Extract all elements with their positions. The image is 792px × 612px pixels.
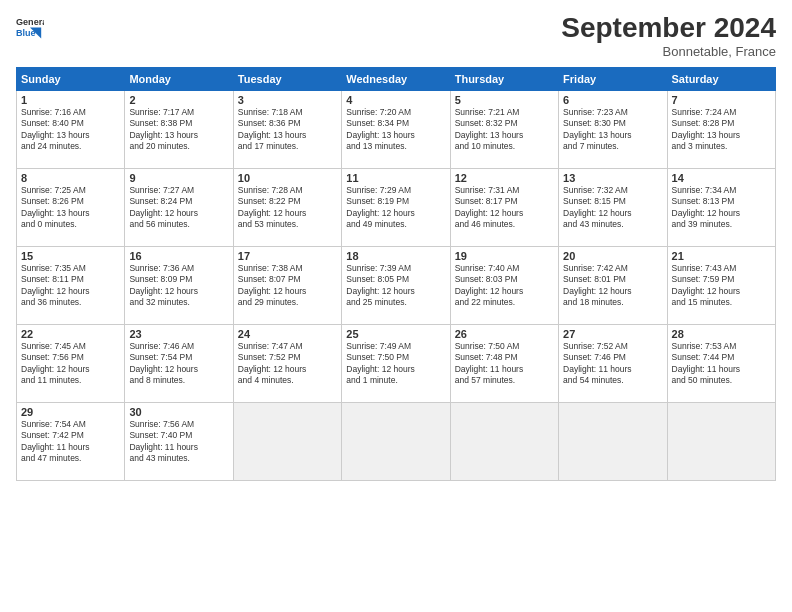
- day-number: 5: [455, 94, 554, 106]
- day-info: Sunrise: 7:20 AMSunset: 8:34 PMDaylight:…: [346, 107, 445, 153]
- day-info: Sunrise: 7:53 AMSunset: 7:44 PMDaylight:…: [672, 341, 771, 387]
- table-row: 30Sunrise: 7:56 AMSunset: 7:40 PMDayligh…: [125, 403, 233, 481]
- day-info: Sunrise: 7:52 AMSunset: 7:46 PMDaylight:…: [563, 341, 662, 387]
- table-row: 13Sunrise: 7:32 AMSunset: 8:15 PMDayligh…: [559, 169, 667, 247]
- day-number: 19: [455, 250, 554, 262]
- header: General Blue September 2024 Bonnetable, …: [16, 12, 776, 59]
- day-info: Sunrise: 7:50 AMSunset: 7:48 PMDaylight:…: [455, 341, 554, 387]
- day-number: 25: [346, 328, 445, 340]
- day-number: 17: [238, 250, 337, 262]
- header-monday: Monday: [125, 68, 233, 91]
- day-info: Sunrise: 7:27 AMSunset: 8:24 PMDaylight:…: [129, 185, 228, 231]
- day-info: Sunrise: 7:38 AMSunset: 8:07 PMDaylight:…: [238, 263, 337, 309]
- table-row: [667, 403, 775, 481]
- day-number: 6: [563, 94, 662, 106]
- table-row: 24Sunrise: 7:47 AMSunset: 7:52 PMDayligh…: [233, 325, 341, 403]
- day-number: 2: [129, 94, 228, 106]
- day-number: 15: [21, 250, 120, 262]
- header-thursday: Thursday: [450, 68, 558, 91]
- table-row: 19Sunrise: 7:40 AMSunset: 8:03 PMDayligh…: [450, 247, 558, 325]
- day-number: 24: [238, 328, 337, 340]
- header-wednesday: Wednesday: [342, 68, 450, 91]
- day-info: Sunrise: 7:54 AMSunset: 7:42 PMDaylight:…: [21, 419, 120, 465]
- table-row: 4Sunrise: 7:20 AMSunset: 8:34 PMDaylight…: [342, 91, 450, 169]
- day-number: 26: [455, 328, 554, 340]
- day-info: Sunrise: 7:36 AMSunset: 8:09 PMDaylight:…: [129, 263, 228, 309]
- table-row: 12Sunrise: 7:31 AMSunset: 8:17 PMDayligh…: [450, 169, 558, 247]
- table-row: 20Sunrise: 7:42 AMSunset: 8:01 PMDayligh…: [559, 247, 667, 325]
- table-row: 11Sunrise: 7:29 AMSunset: 8:19 PMDayligh…: [342, 169, 450, 247]
- table-row: 26Sunrise: 7:50 AMSunset: 7:48 PMDayligh…: [450, 325, 558, 403]
- table-row: 25Sunrise: 7:49 AMSunset: 7:50 PMDayligh…: [342, 325, 450, 403]
- header-saturday: Saturday: [667, 68, 775, 91]
- table-row: 2Sunrise: 7:17 AMSunset: 8:38 PMDaylight…: [125, 91, 233, 169]
- day-number: 23: [129, 328, 228, 340]
- day-info: Sunrise: 7:43 AMSunset: 7:59 PMDaylight:…: [672, 263, 771, 309]
- day-info: Sunrise: 7:45 AMSunset: 7:56 PMDaylight:…: [21, 341, 120, 387]
- day-info: Sunrise: 7:17 AMSunset: 8:38 PMDaylight:…: [129, 107, 228, 153]
- table-row: 17Sunrise: 7:38 AMSunset: 8:07 PMDayligh…: [233, 247, 341, 325]
- day-info: Sunrise: 7:47 AMSunset: 7:52 PMDaylight:…: [238, 341, 337, 387]
- day-number: 12: [455, 172, 554, 184]
- title-area: September 2024 Bonnetable, France: [561, 12, 776, 59]
- day-info: Sunrise: 7:40 AMSunset: 8:03 PMDaylight:…: [455, 263, 554, 309]
- day-number: 21: [672, 250, 771, 262]
- day-info: Sunrise: 7:34 AMSunset: 8:13 PMDaylight:…: [672, 185, 771, 231]
- day-number: 30: [129, 406, 228, 418]
- day-info: Sunrise: 7:39 AMSunset: 8:05 PMDaylight:…: [346, 263, 445, 309]
- table-row: [233, 403, 341, 481]
- day-info: Sunrise: 7:46 AMSunset: 7:54 PMDaylight:…: [129, 341, 228, 387]
- day-info: Sunrise: 7:49 AMSunset: 7:50 PMDaylight:…: [346, 341, 445, 387]
- table-row: 27Sunrise: 7:52 AMSunset: 7:46 PMDayligh…: [559, 325, 667, 403]
- day-info: Sunrise: 7:32 AMSunset: 8:15 PMDaylight:…: [563, 185, 662, 231]
- table-row: 15Sunrise: 7:35 AMSunset: 8:11 PMDayligh…: [17, 247, 125, 325]
- day-number: 7: [672, 94, 771, 106]
- day-number: 14: [672, 172, 771, 184]
- day-info: Sunrise: 7:18 AMSunset: 8:36 PMDaylight:…: [238, 107, 337, 153]
- table-row: [559, 403, 667, 481]
- day-number: 16: [129, 250, 228, 262]
- table-row: 6Sunrise: 7:23 AMSunset: 8:30 PMDaylight…: [559, 91, 667, 169]
- calendar-table: Sunday Monday Tuesday Wednesday Thursday…: [16, 67, 776, 481]
- day-number: 4: [346, 94, 445, 106]
- day-number: 10: [238, 172, 337, 184]
- day-info: Sunrise: 7:31 AMSunset: 8:17 PMDaylight:…: [455, 185, 554, 231]
- header-sunday: Sunday: [17, 68, 125, 91]
- day-info: Sunrise: 7:35 AMSunset: 8:11 PMDaylight:…: [21, 263, 120, 309]
- table-row: 14Sunrise: 7:34 AMSunset: 8:13 PMDayligh…: [667, 169, 775, 247]
- svg-text:Blue: Blue: [16, 28, 36, 38]
- svg-text:General: General: [16, 17, 44, 27]
- day-number: 28: [672, 328, 771, 340]
- day-info: Sunrise: 7:24 AMSunset: 8:28 PMDaylight:…: [672, 107, 771, 153]
- table-row: 10Sunrise: 7:28 AMSunset: 8:22 PMDayligh…: [233, 169, 341, 247]
- table-row: 5Sunrise: 7:21 AMSunset: 8:32 PMDaylight…: [450, 91, 558, 169]
- table-row: 18Sunrise: 7:39 AMSunset: 8:05 PMDayligh…: [342, 247, 450, 325]
- logo-icon: General Blue: [16, 12, 44, 40]
- day-info: Sunrise: 7:42 AMSunset: 8:01 PMDaylight:…: [563, 263, 662, 309]
- day-number: 29: [21, 406, 120, 418]
- day-number: 13: [563, 172, 662, 184]
- header-friday: Friday: [559, 68, 667, 91]
- day-number: 27: [563, 328, 662, 340]
- page: General Blue September 2024 Bonnetable, …: [0, 0, 792, 612]
- header-tuesday: Tuesday: [233, 68, 341, 91]
- table-row: 28Sunrise: 7:53 AMSunset: 7:44 PMDayligh…: [667, 325, 775, 403]
- table-row: 1Sunrise: 7:16 AMSunset: 8:40 PMDaylight…: [17, 91, 125, 169]
- table-row: 22Sunrise: 7:45 AMSunset: 7:56 PMDayligh…: [17, 325, 125, 403]
- day-info: Sunrise: 7:28 AMSunset: 8:22 PMDaylight:…: [238, 185, 337, 231]
- table-row: 3Sunrise: 7:18 AMSunset: 8:36 PMDaylight…: [233, 91, 341, 169]
- month-title: September 2024: [561, 12, 776, 44]
- logo: General Blue: [16, 12, 44, 40]
- day-number: 22: [21, 328, 120, 340]
- table-row: 16Sunrise: 7:36 AMSunset: 8:09 PMDayligh…: [125, 247, 233, 325]
- day-number: 18: [346, 250, 445, 262]
- day-number: 11: [346, 172, 445, 184]
- day-number: 9: [129, 172, 228, 184]
- day-number: 8: [21, 172, 120, 184]
- day-number: 3: [238, 94, 337, 106]
- subtitle: Bonnetable, France: [561, 44, 776, 59]
- table-row: 7Sunrise: 7:24 AMSunset: 8:28 PMDaylight…: [667, 91, 775, 169]
- day-info: Sunrise: 7:56 AMSunset: 7:40 PMDaylight:…: [129, 419, 228, 465]
- day-info: Sunrise: 7:21 AMSunset: 8:32 PMDaylight:…: [455, 107, 554, 153]
- table-row: [450, 403, 558, 481]
